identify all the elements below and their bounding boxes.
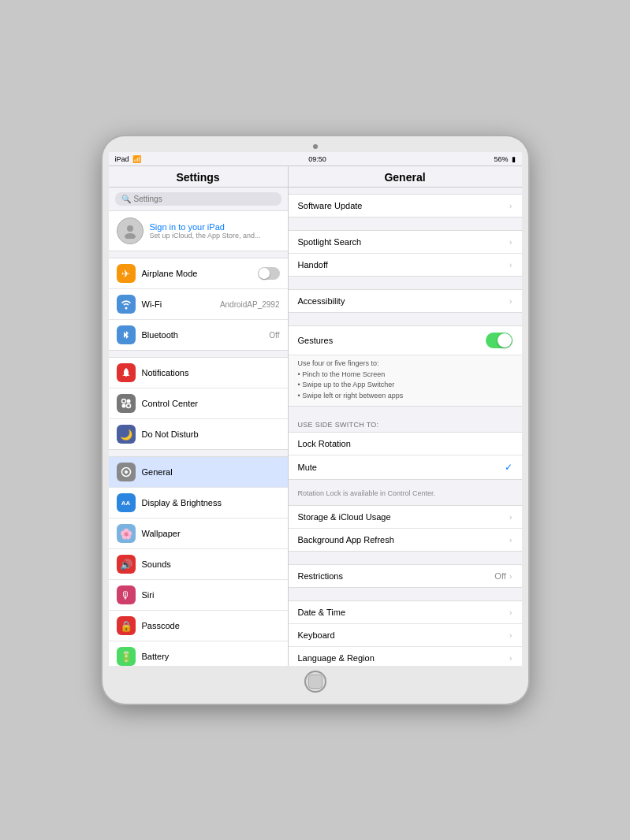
search-input[interactable] xyxy=(134,195,275,203)
gestures-toggle[interactable] xyxy=(486,333,513,348)
side-switch-section: Lock Rotation Mute ✓ xyxy=(289,432,522,480)
wallpaper-label: Wallpaper xyxy=(142,529,280,538)
sidebar-item-controlcenter[interactable]: Control Center xyxy=(109,388,288,419)
lockrotation-label: Lock Rotation xyxy=(298,439,513,448)
restrictions-section: Restrictions Off › xyxy=(289,564,522,588)
spotlightsearch-row[interactable]: Spotlight Search › xyxy=(289,231,522,254)
datetime-chevron: › xyxy=(509,608,513,617)
languageregion-label: Language & Region xyxy=(298,653,509,663)
display-group: General AA Display & Brightness 🌸 Wallpa… xyxy=(109,456,288,666)
airplane-toggle[interactable] xyxy=(258,267,280,280)
svg-point-1 xyxy=(125,233,136,239)
datetime-section: Date & Time › Keyboard › Language & Regi… xyxy=(289,600,522,666)
spotlightsearch-label: Spotlight Search xyxy=(298,237,509,247)
mute-checkmark: ✓ xyxy=(505,462,513,473)
svg-point-3 xyxy=(126,400,130,403)
donotdisturb-icon: 🌙 xyxy=(117,425,136,444)
sounds-icon: 🔊 xyxy=(117,555,136,574)
accessibility-label: Accessibility xyxy=(298,296,509,306)
backgroundapprefresh-row[interactable]: Background App Refresh › xyxy=(289,529,522,551)
left-panel: Settings 🔍 Sign in to your iPad xyxy=(109,166,289,666)
sounds-label: Sounds xyxy=(142,559,280,569)
lockrotation-row[interactable]: Lock Rotation xyxy=(289,433,522,455)
wallpaper-icon: 🌸 xyxy=(117,524,136,543)
search-bar[interactable]: 🔍 xyxy=(115,192,281,206)
avatar xyxy=(117,217,144,244)
profile-name: Sign in to your iPad xyxy=(150,222,261,232)
right-panel: General Software Update › Spotlight Sear… xyxy=(289,166,522,666)
datetime-label: Date & Time xyxy=(298,608,509,617)
notifications-icon xyxy=(117,363,136,382)
home-button-inner xyxy=(308,675,322,689)
restrictions-label: Restrictions xyxy=(298,571,495,581)
restrictions-value: Off xyxy=(494,571,505,581)
general-label: General xyxy=(142,467,280,477)
accessibility-chevron: › xyxy=(509,296,513,306)
passcode-label: Passcode xyxy=(142,621,280,630)
sidebar-item-notifications[interactable]: Notifications xyxy=(109,358,288,388)
languageregion-row[interactable]: Language & Region › xyxy=(289,647,522,666)
handoff-chevron: › xyxy=(509,260,513,269)
general-icon xyxy=(117,463,136,481)
storageicloud-row[interactable]: Storage & iCloud Usage › xyxy=(289,506,522,529)
software-update-row[interactable]: Software Update › xyxy=(289,195,522,217)
backgroundapprefresh-chevron: › xyxy=(509,535,513,545)
ipad-screen: iPad 📶 09:50 56% ▮ Settings 🔍 xyxy=(109,152,522,666)
siri-label: Siri xyxy=(142,590,280,600)
bluetooth-icon xyxy=(117,325,136,344)
battery-icon: 🔋 xyxy=(117,647,136,666)
storage-section: Storage & iCloud Usage › Background App … xyxy=(289,505,522,552)
handoff-label: Handoff xyxy=(298,260,509,269)
svg-point-4 xyxy=(121,404,125,408)
sidebar-item-bluetooth[interactable]: Bluetooth Off xyxy=(109,320,288,350)
software-update-section: Software Update › xyxy=(289,194,522,217)
status-bar: iPad 📶 09:50 56% ▮ xyxy=(109,152,522,166)
sidebar-item-wallpaper[interactable]: 🌸 Wallpaper xyxy=(109,518,288,549)
wifi-label: Wi-Fi xyxy=(142,299,214,309)
sidebar-item-airplane[interactable]: ✈ Airplane Mode xyxy=(109,258,288,289)
svg-point-5 xyxy=(126,404,130,408)
sidebar-item-donotdisturb[interactable]: 🌙 Do Not Disturb xyxy=(109,419,288,449)
spotlight-section: Spotlight Search › Handoff › xyxy=(289,230,522,277)
handoff-row[interactable]: Handoff › xyxy=(289,254,522,276)
storageicloud-label: Storage & iCloud Usage xyxy=(298,512,509,522)
sidebar-item-wifi[interactable]: Wi-Fi AndroidAP_2992 xyxy=(109,289,288,320)
controlcenter-label: Control Center xyxy=(142,399,280,408)
keyboard-row[interactable]: Keyboard › xyxy=(289,624,522,647)
right-panel-title: General xyxy=(289,166,522,188)
gestures-label: Gestures xyxy=(298,336,486,345)
datetime-row[interactable]: Date & Time › xyxy=(289,601,522,624)
left-panel-title: Settings xyxy=(109,166,288,188)
notifications-group: Notifications Control Center xyxy=(109,357,288,450)
wifi-icon xyxy=(117,295,136,314)
sidebar-item-passcode[interactable]: 🔒 Passcode xyxy=(109,611,288,641)
home-button[interactable] xyxy=(304,671,326,693)
restrictions-row[interactable]: Restrictions Off › xyxy=(289,565,522,587)
profile-row[interactable]: Sign in to your iPad Set up iCloud, the … xyxy=(109,210,288,251)
ipad-label: iPad xyxy=(115,155,129,163)
status-right: 56% ▮ xyxy=(494,155,515,163)
languageregion-chevron: › xyxy=(509,653,513,663)
camera xyxy=(313,144,318,149)
battery-icon: ▮ xyxy=(512,155,516,163)
backgroundapprefresh-label: Background App Refresh xyxy=(298,535,509,545)
wifi-status-icon: 📶 xyxy=(132,155,141,163)
accessibility-row[interactable]: Accessibility › xyxy=(289,290,522,312)
profile-text: Sign in to your iPad Set up iCloud, the … xyxy=(150,222,261,240)
software-update-chevron: › xyxy=(509,201,513,210)
svg-point-2 xyxy=(121,400,125,403)
svg-point-0 xyxy=(127,225,133,232)
gestures-description: Use four or five fingers to: • Pinch to … xyxy=(289,355,522,406)
sidebar-item-displaybrightness[interactable]: AA Display & Brightness xyxy=(109,488,288,518)
sidebar-item-general[interactable]: General xyxy=(109,457,288,488)
sidebar-item-siri[interactable]: 🎙 Siri xyxy=(109,580,288,611)
siri-icon: 🎙 xyxy=(117,585,136,604)
side-switch-header: USE SIDE SWITCH TO: xyxy=(289,416,522,430)
search-icon: 🔍 xyxy=(121,195,131,203)
airplane-icon: ✈ xyxy=(117,264,136,283)
mute-row[interactable]: Mute ✓ xyxy=(289,455,522,479)
sidebar-item-sounds[interactable]: 🔊 Sounds xyxy=(109,549,288,580)
sidebar-item-battery[interactable]: 🔋 Battery xyxy=(109,641,288,666)
donotdisturb-label: Do Not Disturb xyxy=(142,429,280,439)
airplane-label: Airplane Mode xyxy=(142,269,252,278)
